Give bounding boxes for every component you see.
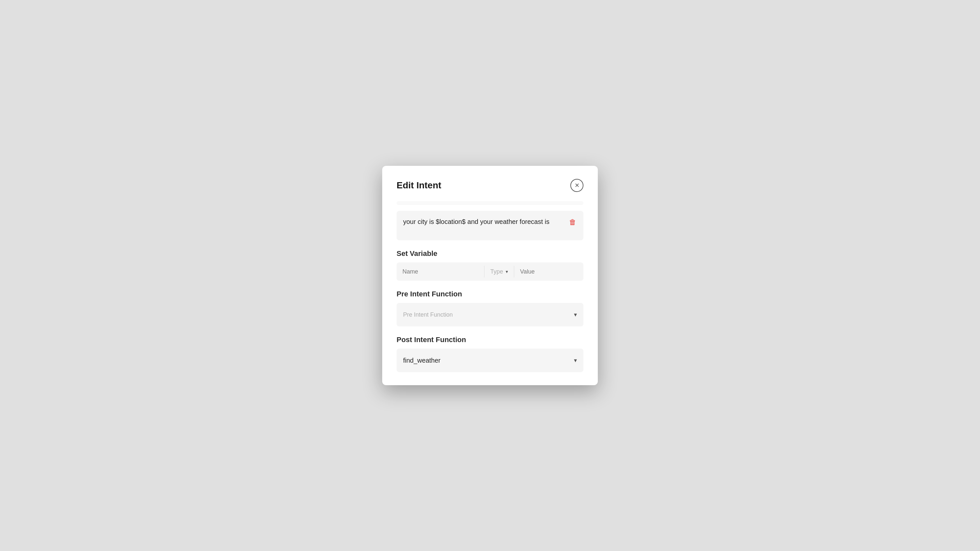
modal-header: Edit Intent ✕: [396, 179, 584, 192]
text-response-top-partial: [396, 201, 584, 205]
pre-intent-dropdown[interactable]: Pre Intent Function ▾: [396, 303, 584, 326]
variable-value-input[interactable]: [514, 268, 584, 275]
modal-title: Edit Intent: [396, 180, 441, 191]
set-variable-section: Set Variable Type ▾: [396, 249, 584, 281]
text-response-content: your city is $location$ and your weather…: [403, 217, 565, 227]
post-intent-dropdown[interactable]: find_weather ▾: [396, 349, 584, 372]
trash-icon: 🗑: [569, 218, 576, 226]
pre-intent-section: Pre Intent Function Pre Intent Function …: [396, 290, 584, 326]
modal-overlay: Edit Intent ✕ your city is $location$ an…: [0, 0, 980, 551]
variable-type-placeholder: Type: [490, 268, 503, 275]
variable-type-dropdown[interactable]: Type ▾: [484, 268, 514, 275]
delete-response-button[interactable]: 🗑: [568, 218, 577, 227]
post-intent-value: find_weather: [403, 357, 574, 364]
pre-intent-label: Pre Intent Function: [396, 290, 584, 299]
post-intent-chevron-icon: ▾: [574, 357, 577, 364]
post-intent-label: Post Intent Function: [396, 335, 584, 344]
pre-intent-chevron-icon: ▾: [574, 311, 577, 318]
edit-intent-modal: Edit Intent ✕ your city is $location$ an…: [382, 166, 598, 385]
variable-row: Type ▾: [396, 262, 584, 281]
close-button[interactable]: ✕: [570, 179, 584, 192]
close-icon: ✕: [574, 182, 579, 189]
set-variable-label: Set Variable: [396, 249, 584, 258]
text-response-box: your city is $location$ and your weather…: [396, 211, 584, 240]
pre-intent-placeholder: Pre Intent Function: [403, 311, 574, 318]
type-chevron-icon: ▾: [506, 269, 508, 274]
variable-name-input[interactable]: [396, 268, 484, 275]
post-intent-section: Post Intent Function find_weather ▾: [396, 335, 584, 372]
